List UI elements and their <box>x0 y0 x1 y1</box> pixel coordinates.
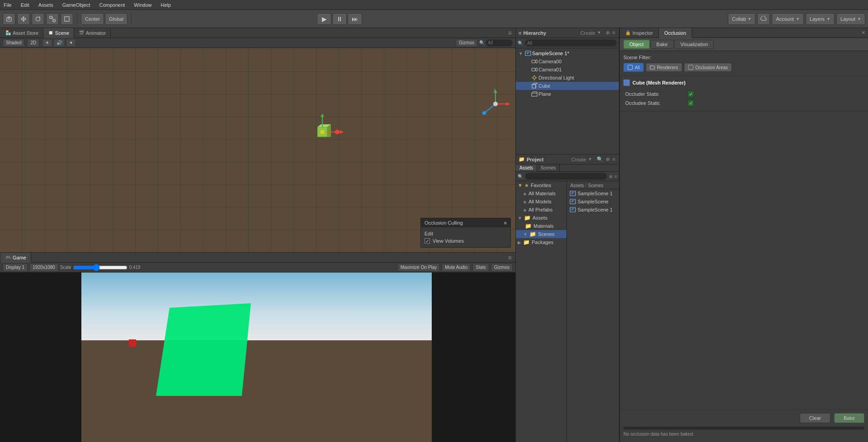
collab-btn[interactable]: Collab ▼ <box>728 13 755 25</box>
hierarchy-create-dropdown[interactable]: ▼ <box>597 30 601 36</box>
menu-gameobject[interactable]: GameObject <box>61 1 92 9</box>
camera00-icon <box>531 58 538 65</box>
hierarchy-search-input[interactable] <box>525 39 617 47</box>
project-search-input[interactable] <box>525 173 607 180</box>
maximize-on-play-btn[interactable]: Maximize On Play <box>397 263 440 272</box>
hierarchy-menu-btn[interactable]: ≡ <box>612 30 616 36</box>
project-materials-folder[interactable]: 📁 Materials <box>516 222 566 230</box>
layers-btn[interactable]: Layers ▼ <box>806 13 835 25</box>
audio-toggle-btn[interactable]: 🔊 <box>53 39 65 47</box>
project-scene-1[interactable]: SampleScene 1 <box>568 189 618 197</box>
display-btn[interactable]: Display 1 <box>3 263 28 272</box>
tab-scene[interactable]: 🔲 Scene <box>43 28 74 38</box>
project-search-icon-btn[interactable]: 🔍 <box>596 156 604 162</box>
light-icon <box>531 75 538 81</box>
shading-mode-btn[interactable]: Shaded <box>3 39 24 47</box>
clear-button[interactable]: Clear <box>800 413 830 423</box>
menu-assets[interactable]: Assets <box>37 1 55 9</box>
scene-root-item[interactable]: ▼ SampleScene 1* <box>516 49 619 57</box>
scale-control: Scale 0.419 <box>60 265 141 270</box>
pause-button[interactable]: ⏸ <box>332 13 347 25</box>
game-panel-menu[interactable]: ≡ <box>505 254 514 261</box>
menu-file[interactable]: File <box>2 1 14 9</box>
tab-asset-store[interactable]: 🏪 Asset Store <box>1 28 43 38</box>
project-assets-folder[interactable]: ▼ 📁 Assets <box>516 214 566 222</box>
stats-btn[interactable]: Stats <box>472 263 489 272</box>
project-fav-materials[interactable]: ◈ All Materials <box>516 189 566 197</box>
rect-tool-btn[interactable] <box>61 13 73 25</box>
step-button[interactable]: ⏭ <box>348 13 362 25</box>
bake-tab-btn[interactable]: Bake <box>651 40 674 49</box>
menu-edit[interactable]: Edit <box>19 1 31 9</box>
occludee-static-checkbox[interactable]: ✓ <box>688 100 694 106</box>
layout-btn[interactable]: Layout ▼ <box>836 13 865 25</box>
menu-help[interactable]: Help <box>159 1 173 9</box>
occlusion-view-volumes-row[interactable]: ✓ View Volumes <box>425 237 507 245</box>
center-area: 🏪 Asset Store 🔲 Scene 🎬 Animator ≡ Shade… <box>0 28 515 442</box>
mute-audio-btn[interactable]: Mute Audio <box>442 263 471 272</box>
light-toggle-btn[interactable]: ☀ <box>42 39 52 47</box>
all-models-icon: ◈ <box>523 199 527 204</box>
hierarchy-camera00[interactable]: Camera00 <box>516 57 619 66</box>
project-lock-icon-btn[interactable]: ⊕ <box>605 156 611 162</box>
scene-expand-icon[interactable]: ▼ <box>518 51 524 56</box>
fx-toggle-btn[interactable]: ✦ <box>66 39 76 47</box>
global-btn[interactable]: Global <box>105 13 127 25</box>
menu-component[interactable]: Component <box>97 1 127 9</box>
menu-window[interactable]: Window <box>132 1 153 9</box>
center-btn[interactable]: Center <box>81 13 104 25</box>
project-fav-prefabs[interactable]: ◈ All Prefabs <box>516 206 566 214</box>
scene-panel-menu[interactable]: ≡ <box>505 29 514 37</box>
occlusion-tab[interactable]: Occlusion <box>659 28 692 38</box>
tab-game[interactable]: 🎮 Game <box>1 253 31 263</box>
project-scene-2[interactable]: SampleScene <box>568 197 618 206</box>
project-scene-3[interactable]: SampleScene 1 <box>568 206 618 214</box>
project-favorites-header[interactable]: ▼ ★ Favorites <box>516 181 566 189</box>
project-menu-btn[interactable]: ≡ <box>612 156 616 162</box>
2d-btn[interactable]: 2D <box>27 39 39 47</box>
assets-tab[interactable]: Assets <box>516 165 537 171</box>
gizmos-btn[interactable]: Gizmos <box>456 39 477 47</box>
project-create-btn[interactable]: Create <box>571 157 587 162</box>
project-filter-btn[interactable]: ⊕ <box>609 174 613 179</box>
view-volumes-checkbox[interactable]: ✓ <box>425 238 430 244</box>
scale-slider-input[interactable] <box>73 265 127 270</box>
project-sort-btn[interactable]: ≡ <box>614 174 617 179</box>
hierarchy-camera01[interactable]: Camera01 <box>516 66 619 74</box>
scene-search-input[interactable] <box>486 39 513 47</box>
hierarchy-create-btn[interactable]: Create <box>580 30 596 36</box>
inspector-tab[interactable]: 🔒 Inspector <box>620 28 659 38</box>
object-tab-btn[interactable]: Object <box>623 40 650 49</box>
obj-bake-tabs: Object Bake Visualization <box>620 38 868 51</box>
cloud-icon-btn[interactable] <box>757 13 770 25</box>
account-btn[interactable]: Account ▼ <box>772 13 804 25</box>
rotate-tool-btn[interactable] <box>32 13 44 25</box>
visualization-tab-btn[interactable]: Visualization <box>675 40 714 49</box>
hierarchy-directional-light[interactable]: Directional Light <box>516 74 619 82</box>
hierarchy-lock-btn[interactable]: ⊕ <box>605 30 611 36</box>
game-gizmos-btn[interactable]: Gizmos <box>491 263 513 272</box>
all-materials-icon: ◈ <box>523 191 527 196</box>
filter-occlusion-areas-btn[interactable]: Occlusion Areas <box>684 63 732 72</box>
project-create-dropdown[interactable]: ▼ <box>588 157 592 162</box>
svg-text:y: y <box>494 88 496 92</box>
hierarchy-cube[interactable]: Cube <box>516 82 619 90</box>
hierarchy-plane[interactable]: Plane <box>516 90 619 98</box>
resolution-btn[interactable]: 1920x1080 <box>29 263 58 272</box>
play-button[interactable]: ▶ <box>317 13 331 25</box>
scenes-tab[interactable]: Scenes <box>537 165 560 171</box>
filter-renderers-btn[interactable]: Renderers <box>646 63 682 72</box>
tab-animator[interactable]: 🎬 Animator <box>74 28 111 38</box>
project-scenes-folder[interactable]: ▼ 📁 Scenes <box>516 230 566 238</box>
move-tool-btn[interactable] <box>17 13 30 25</box>
project-packages-folder[interactable]: ▶ 📁 Packages <box>516 238 566 246</box>
bake-button[interactable]: Bake <box>834 413 864 423</box>
occlusion-popup-menu-icon[interactable]: ≡ <box>504 220 507 226</box>
hand-tool-btn[interactable] <box>3 13 15 25</box>
panel-close-btn[interactable]: ✕ <box>859 30 868 36</box>
scale-tool-btn[interactable] <box>46 13 59 25</box>
project-fav-models[interactable]: ◈ All Models <box>516 197 566 206</box>
filter-all-btn[interactable]: All <box>623 63 644 72</box>
occluder-static-checkbox[interactable]: ✓ <box>688 91 694 97</box>
hierarchy-tree: ▼ SampleScene 1* Camera00 Camera0 <box>516 48 619 154</box>
